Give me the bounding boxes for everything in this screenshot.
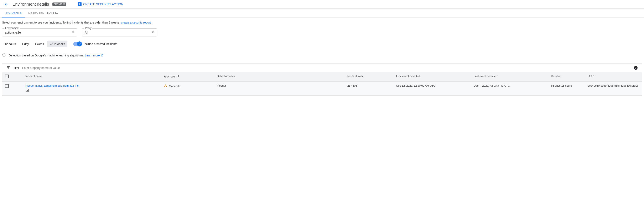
col-incident-traffic[interactable]: Incident traffic <box>344 72 393 82</box>
environment-label: Environment <box>4 27 20 30</box>
last-event-value: Dec 7, 2023, 4:50:43 PM UTC <box>471 82 548 96</box>
filter-bar: Filter ? <box>2 63 642 72</box>
filter-input[interactable] <box>22 66 631 70</box>
back-arrow-icon[interactable] <box>4 2 9 7</box>
tab-incidents[interactable]: INCIDENTS <box>2 9 25 18</box>
archive-icon[interactable] <box>26 89 29 93</box>
time-12-hours[interactable]: 12 hours <box>2 41 18 47</box>
create-security-action-button[interactable]: + CREATE SECURITY ACTION <box>78 2 123 6</box>
select-all-checkbox[interactable] <box>5 75 9 78</box>
toggle-knob <box>77 42 82 47</box>
proxy-label: Proxy <box>84 27 92 30</box>
uuid-value: 3c840e60-b949-4295-865f-61ec480faa42 <box>585 82 642 96</box>
page-title: Environment details <box>12 2 49 7</box>
col-last-event[interactable]: Last event detected <box>471 72 548 82</box>
environment-select[interactable]: Environment actions-e2e <box>2 28 77 37</box>
intro-text: Select your environment to see your inci… <box>2 21 642 24</box>
time-2-weeks[interactable]: 2 weeks <box>47 41 68 47</box>
tabs: INCIDENTS DETECTED TRAFFIC <box>0 9 644 18</box>
chevron-down-icon <box>152 31 154 34</box>
learn-more-label: Learn more <box>85 54 100 57</box>
duration-value: 86 days 16 hours <box>548 82 585 96</box>
col-detection-rules[interactable]: Detection rules <box>214 72 344 82</box>
refresh-icon <box>2 53 6 58</box>
filter-icon <box>6 66 10 70</box>
plus-icon: + <box>78 2 82 6</box>
sort-descending-icon <box>177 75 180 78</box>
incident-name-link[interactable]: Flooder attack, targeting mock, from 392… <box>26 84 79 87</box>
incident-traffic-value: 217,605 <box>344 82 393 96</box>
chevron-down-icon <box>72 31 74 34</box>
external-link-icon <box>101 54 104 57</box>
intro-text-a: Select your environment to see your inci… <box>2 21 121 24</box>
controls-row: 12 hours 1 day 1 week 2 weeks Include ar… <box>2 41 642 47</box>
check-icon <box>78 43 81 45</box>
toggle-label: Include archived incidents <box>84 42 117 46</box>
proxy-value: All <box>85 31 88 34</box>
col-risk-label: Risk level <box>164 75 176 78</box>
svg-rect-2 <box>165 86 166 86</box>
help-icon[interactable]: ? <box>634 66 638 70</box>
tab-detected-traffic[interactable]: DETECTED TRAFFIC <box>25 9 61 17</box>
svg-point-0 <box>2 54 6 56</box>
filter-label: Filter <box>13 66 19 70</box>
svg-rect-3 <box>165 86 166 87</box>
time-1-week[interactable]: 1 week <box>32 41 46 47</box>
incidents-table: Incident name Risk level Detection rules… <box>2 72 642 96</box>
warning-icon <box>164 84 167 88</box>
detection-text: Detection based on Google's machine lear… <box>9 54 85 57</box>
col-uuid[interactable]: UUID <box>585 72 642 82</box>
risk-level-value: Moderate <box>169 85 180 88</box>
intro-text-b: . <box>151 21 152 24</box>
row-checkbox[interactable] <box>5 84 9 88</box>
include-archived-toggle[interactable] <box>73 42 82 46</box>
environment-value: actions-e2e <box>5 31 21 34</box>
create-security-report-link[interactable]: create a security report <box>121 21 151 24</box>
detection-rules-value: Flooder <box>214 82 344 96</box>
check-icon <box>50 42 53 46</box>
proxy-select[interactable]: Proxy All <box>82 28 157 37</box>
time-1-day[interactable]: 1 day <box>19 41 31 47</box>
learn-more-link[interactable]: Learn more <box>85 54 104 57</box>
preview-badge: PREVIEW <box>52 3 66 6</box>
col-risk-level[interactable]: Risk level <box>161 72 214 82</box>
col-first-event[interactable]: First event detected <box>393 72 471 82</box>
col-incident-name[interactable]: Incident name <box>22 72 161 82</box>
time-2-weeks-label: 2 weeks <box>54 42 65 46</box>
header-bar: Environment details PREVIEW + CREATE SEC… <box>0 0 644 9</box>
table-row[interactable]: Flooder attack, targeting mock, from 392… <box>2 82 642 96</box>
create-action-label: CREATE SECURITY ACTION <box>83 3 123 6</box>
first-event-value: Sep 12, 2023, 12:30:00 AM UTC <box>393 82 471 96</box>
table-header-row: Incident name Risk level Detection rules… <box>2 72 642 82</box>
detection-note: Detection based on Google's machine lear… <box>2 53 642 58</box>
col-duration[interactable]: Duration <box>548 72 585 82</box>
